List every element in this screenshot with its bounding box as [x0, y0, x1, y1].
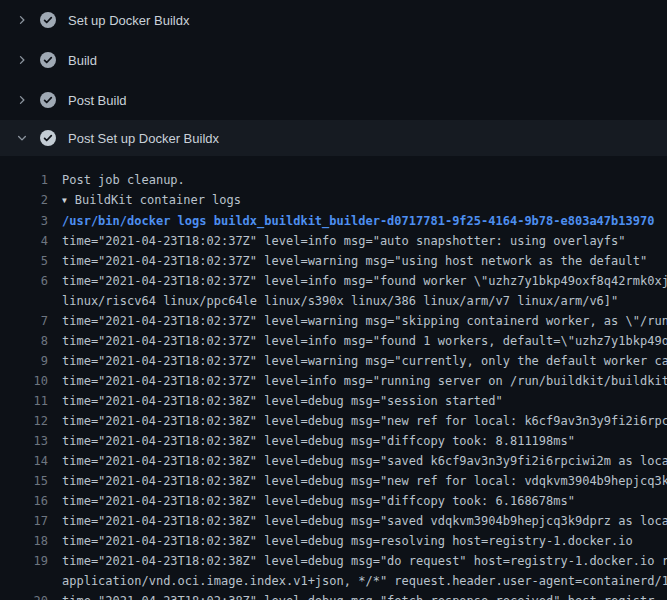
log-line[interactable]: 14time="2021-04-23T18:02:38Z" level=debu… [0, 451, 667, 471]
log-area: 1Post job cleanup.2▼BuildKit container l… [0, 156, 667, 600]
log-line[interactable]: 12time="2021-04-23T18:02:38Z" level=debu… [0, 411, 667, 431]
log-line-text: /usr/bin/docker logs buildx_buildkit_bui… [48, 211, 667, 231]
log-line-number: 1 [0, 170, 48, 190]
log-line-number: 6 [0, 271, 48, 291]
log-line[interactable]: 17time="2021-04-23T18:02:38Z" level=debu… [0, 511, 667, 531]
log-line[interactable]: 6time="2021-04-23T18:02:37Z" level=info … [0, 271, 667, 291]
log-line-text: time="2021-04-23T18:02:37Z" level=info m… [48, 331, 667, 351]
log-line-text: application/vnd.oci.image.index.v1+json,… [48, 571, 667, 591]
log-line-text: ▼BuildKit container logs [48, 190, 667, 211]
log-line[interactable]: 2▼BuildKit container logs [0, 190, 667, 211]
check-circle-icon [40, 92, 56, 108]
log-line[interactable]: 18time="2021-04-23T18:02:38Z" level=debu… [0, 531, 667, 551]
log-line[interactable]: 1Post job cleanup. [0, 170, 667, 190]
step-row-post-set-up-docker-buildx[interactable]: Post Set up Docker Buildx [0, 120, 667, 156]
log-line-number [0, 571, 48, 591]
log-line[interactable]: 11time="2021-04-23T18:02:38Z" level=debu… [0, 391, 667, 411]
log-line[interactable]: 19time="2021-04-23T18:02:38Z" level=debu… [0, 551, 667, 571]
chevron-right-icon[interactable] [14, 92, 30, 108]
group-expand-icon[interactable]: ▼ [62, 191, 67, 211]
check-circle-icon [40, 12, 56, 28]
log-line-text: time="2021-04-23T18:02:38Z" level=debug … [48, 431, 667, 451]
log-line-text: time="2021-04-23T18:02:38Z" level=debug … [48, 591, 667, 600]
log-line-text: time="2021-04-23T18:02:38Z" level=debug … [48, 391, 667, 411]
chevron-right-icon[interactable] [14, 12, 30, 28]
workflow-steps-list: Set up Docker Buildx Build Post Build Po… [0, 0, 667, 156]
log-line-text: time="2021-04-23T18:02:37Z" level=warnin… [48, 351, 667, 371]
log-line-number: 18 [0, 531, 48, 551]
step-row-build[interactable]: Build [0, 40, 667, 80]
log-line-continuation[interactable]: application/vnd.oci.image.index.v1+json,… [0, 571, 667, 591]
log-line-number: 3 [0, 211, 48, 231]
log-line-number [0, 291, 48, 311]
log-line-number: 5 [0, 251, 48, 271]
group-label: BuildKit container logs [75, 193, 241, 207]
log-line[interactable]: 5time="2021-04-23T18:02:37Z" level=warni… [0, 251, 667, 271]
log-line-number: 12 [0, 411, 48, 431]
log-line-text: time="2021-04-23T18:02:38Z" level=debug … [48, 471, 667, 491]
check-circle-icon [40, 130, 56, 146]
log-line[interactable]: 4time="2021-04-23T18:02:37Z" level=info … [0, 231, 667, 251]
log-line-number: 2 [0, 190, 48, 211]
log-line-text: time="2021-04-23T18:02:38Z" level=debug … [48, 411, 667, 431]
log-line-text: time="2021-04-23T18:02:38Z" level=debug … [48, 491, 667, 511]
log-line[interactable]: 16time="2021-04-23T18:02:38Z" level=debu… [0, 491, 667, 511]
log-line-number: 11 [0, 391, 48, 411]
log-line[interactable]: 3/usr/bin/docker logs buildx_buildkit_bu… [0, 211, 667, 231]
log-line-text: time="2021-04-23T18:02:37Z" level=info m… [48, 231, 667, 251]
log-line-number: 14 [0, 451, 48, 471]
log-line-text: time="2021-04-23T18:02:37Z" level=info m… [48, 371, 667, 391]
log-line[interactable]: 8time="2021-04-23T18:02:37Z" level=info … [0, 331, 667, 351]
log-line-text: time="2021-04-23T18:02:38Z" level=debug … [48, 451, 667, 471]
log-line-text: time="2021-04-23T18:02:38Z" level=debug … [48, 511, 667, 531]
log-line-continuation[interactable]: linux/riscv64 linux/ppc64le linux/s390x … [0, 291, 667, 311]
step-label: Post Build [68, 93, 127, 108]
log-line[interactable]: 15time="2021-04-23T18:02:38Z" level=debu… [0, 471, 667, 491]
step-label: Build [68, 53, 97, 68]
log-line-number: 16 [0, 491, 48, 511]
log-line-text: time="2021-04-23T18:02:38Z" level=debug … [48, 531, 667, 551]
log-line-number: 9 [0, 351, 48, 371]
log-line-number: 17 [0, 511, 48, 531]
log-line-number: 19 [0, 551, 48, 571]
log-line-text: Post job cleanup. [48, 170, 667, 190]
log-line-text: time="2021-04-23T18:02:37Z" level=warnin… [48, 311, 667, 331]
log-line[interactable]: 9time="2021-04-23T18:02:37Z" level=warni… [0, 351, 667, 371]
check-circle-icon [40, 52, 56, 68]
log-line-text: time="2021-04-23T18:02:38Z" level=debug … [48, 551, 667, 571]
chevron-down-icon[interactable] [14, 130, 30, 146]
log-line[interactable]: 10time="2021-04-23T18:02:37Z" level=info… [0, 371, 667, 391]
step-row-post-build[interactable]: Post Build [0, 80, 667, 120]
step-label: Post Set up Docker Buildx [68, 131, 219, 146]
log-line-text: time="2021-04-23T18:02:37Z" level=info m… [48, 271, 667, 291]
log-line[interactable]: 20time="2021-04-23T18:02:38Z" level=debu… [0, 591, 667, 600]
step-label: Set up Docker Buildx [68, 13, 189, 28]
log-line[interactable]: 7time="2021-04-23T18:02:37Z" level=warni… [0, 311, 667, 331]
log-line[interactable]: 13time="2021-04-23T18:02:38Z" level=debu… [0, 431, 667, 451]
step-row-set-up-docker-buildx[interactable]: Set up Docker Buildx [0, 0, 667, 40]
log-line-number: 20 [0, 591, 48, 600]
log-line-number: 10 [0, 371, 48, 391]
chevron-right-icon[interactable] [14, 52, 30, 68]
log-line-number: 8 [0, 331, 48, 351]
log-line-text: time="2021-04-23T18:02:37Z" level=warnin… [48, 251, 667, 271]
log-line-number: 15 [0, 471, 48, 491]
log-line-number: 7 [0, 311, 48, 331]
log-line-number: 4 [0, 231, 48, 251]
log-line-number: 13 [0, 431, 48, 451]
log-line-text: linux/riscv64 linux/ppc64le linux/s390x … [48, 291, 667, 311]
